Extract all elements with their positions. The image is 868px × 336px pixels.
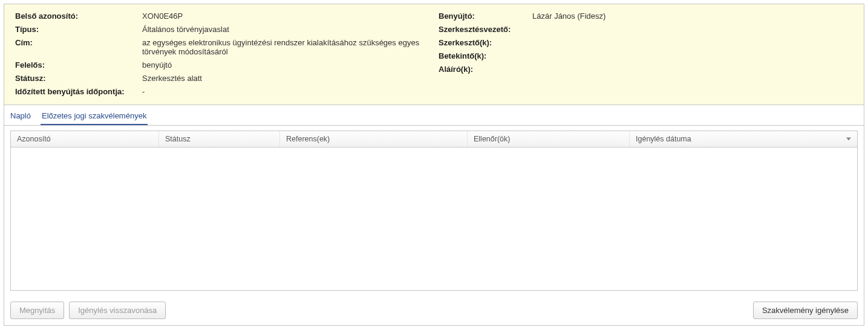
label-belso-azonosito: Belső azonosító: [15,11,142,21]
value-idozitett: - [142,87,145,96]
grid-area: Azonosító Státusz Referens(ek) Ellenőr(ö… [4,126,864,297]
row-szerkvez: Szerkesztésvezető: [439,25,853,34]
row-benyujto: Benyújtó: Lázár János (Fidesz) [439,11,853,21]
info-col-right: Benyújtó: Lázár János (Fidesz) Szerkeszt… [439,11,853,96]
label-statusz: Státusz: [15,74,142,83]
row-statusz: Státusz: Szerkesztés alatt [15,74,439,83]
button-bar: Megnyitás Igénylés visszavonása Szakvéle… [4,297,864,325]
label-szerkvez: Szerkesztésvezető: [439,25,532,34]
grid: Azonosító Státusz Referens(ek) Ellenőr(ö… [10,131,858,291]
grid-body [11,147,857,290]
label-felelos: Felelős: [15,60,142,69]
col-header-igenyles-datuma-label: Igénylés dátuma [636,135,691,143]
label-betekintok: Betekintő(k): [439,51,532,60]
spacer [171,302,748,319]
label-tipus: Típus: [15,25,142,34]
value-statusz: Szerkesztés alatt [142,74,202,83]
label-benyujto: Benyújtó: [439,11,532,21]
row-alairok: Aláíró(k): [439,65,853,74]
row-betekintok: Betekintő(k): [439,51,853,60]
chevron-down-icon [846,138,851,141]
value-cim: az egységes elektronikus ügyintézési ren… [142,38,420,56]
col-header-igenyles-datuma[interactable]: Igénylés dátuma [630,131,857,147]
row-szerkk: Szerkesztő(k): [439,38,853,47]
col-header-statusz[interactable]: Státusz [159,131,280,147]
row-tipus: Típus: Általános törvényjavaslat [15,25,439,34]
tab-elozetes-jogi-szakvelemenyek[interactable]: Előzetes jogi szakvélemények [41,109,148,125]
col-header-ellenorok[interactable]: Ellenőr(ök) [468,131,630,147]
value-tipus: Általános törvényjavaslat [142,25,229,34]
row-belso-azonosito: Belső azonosító: XON0E46P [15,11,439,21]
info-col-left: Belső azonosító: XON0E46P Típus: Általán… [15,11,439,96]
row-cim: Cím: az egységes elektronikus ügyintézés… [15,38,439,56]
tab-naplo[interactable]: Napló [9,109,32,125]
main-container: Belső azonosító: XON0E46P Típus: Általán… [4,4,864,326]
col-header-azonosito[interactable]: Azonosító [11,131,159,147]
igenyles-visszavonasa-button[interactable]: Igénylés visszavonása [69,302,166,319]
label-cim: Cím: [15,38,142,47]
info-panel: Belső azonosító: XON0E46P Típus: Általán… [4,4,864,105]
value-felelos: benyújtó [142,60,172,69]
row-idozitett: Időzített benyújtás időpontja: - [15,87,439,96]
megnyitas-button[interactable]: Megnyitás [10,302,64,319]
value-benyujto: Lázár János (Fidesz) [532,11,605,21]
col-header-referensek[interactable]: Referens(ek) [280,131,468,147]
value-belso-azonosito: XON0E46P [142,11,183,21]
grid-header: Azonosító Státusz Referens(ek) Ellenőr(ö… [11,131,857,147]
label-idozitett: Időzített benyújtás időpontja: [15,87,142,96]
row-felelos: Felelős: benyújtó [15,60,439,69]
label-szerkk: Szerkesztő(k): [439,38,532,47]
tab-bar: Napló Előzetes jogi szakvélemények [4,105,864,126]
label-alairok: Aláíró(k): [439,65,532,74]
szakvelemeny-igenylese-button[interactable]: Szakvélemény igénylése [753,302,858,319]
